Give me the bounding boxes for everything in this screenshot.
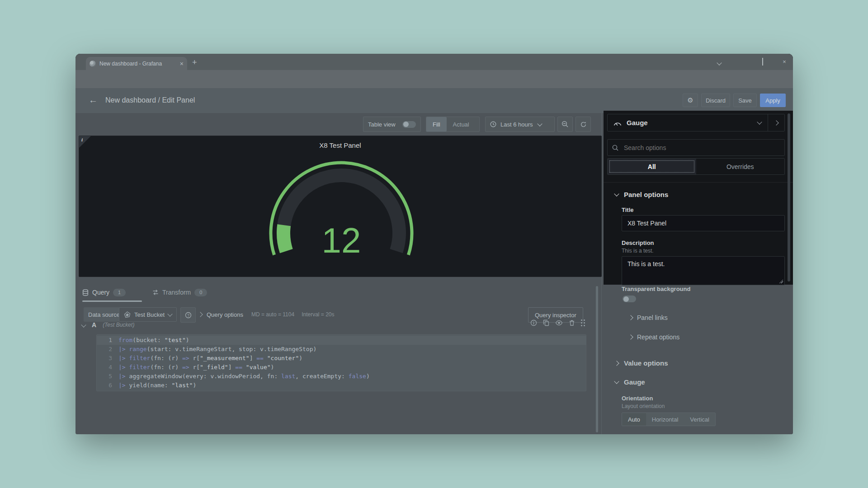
- zoom-out-button[interactable]: [557, 117, 573, 132]
- eye-icon[interactable]: [555, 320, 563, 326]
- panel-links-section[interactable]: Panel links: [629, 314, 668, 321]
- orientation-vertical[interactable]: Vertical: [684, 413, 715, 426]
- visualization-picker[interactable]: Gauge: [607, 114, 785, 131]
- line-number: 6: [97, 381, 118, 390]
- code-line[interactable]: 2 |> range(start: v.timeRangeStart, stop…: [97, 345, 586, 354]
- new-tab-button[interactable]: +: [192, 58, 197, 66]
- tab-transform[interactable]: Transform 0: [152, 285, 207, 300]
- dashboard-settings-button[interactable]: ⚙: [683, 94, 698, 107]
- datasource-help-button[interactable]: ?: [180, 307, 196, 323]
- fill-option[interactable]: Fill: [426, 117, 447, 131]
- gauge-value-arc: [283, 225, 286, 251]
- gauge-options-header: Gauge: [624, 378, 645, 386]
- gauge-panel[interactable]: i X8 Test Panel 12: [79, 136, 602, 277]
- chevron-down-icon[interactable]: [757, 119, 762, 124]
- apply-button[interactable]: Apply: [760, 94, 786, 107]
- panel-description-textarea[interactable]: This is a test.: [622, 256, 785, 285]
- orientation-label: Orientation: [622, 395, 653, 402]
- gear-icon: ⚙: [687, 96, 693, 104]
- repeat-options-section[interactable]: Repeat options: [629, 333, 679, 341]
- line-number: 5: [97, 372, 118, 381]
- line-number: 3: [97, 354, 118, 363]
- sidebar-scrollbar[interactable]: [788, 113, 790, 282]
- refresh-button[interactable]: [576, 117, 591, 132]
- value-options-header: Value options: [624, 359, 668, 367]
- query-ref-id: A: [92, 321, 96, 328]
- code-line[interactable]: 6 |> yield(name: "last"): [97, 381, 586, 390]
- query-options-row[interactable]: Query options MD = auto = 1104 Interval …: [198, 307, 335, 322]
- panel-options-header: Panel options: [624, 191, 668, 198]
- value-options-section[interactable]: Value options: [615, 359, 668, 367]
- collapse-pane-icon[interactable]: [774, 120, 778, 125]
- code-line[interactable]: 5 |> aggregateWindow(every: v.windowPeri…: [97, 372, 586, 381]
- flux-query-editor[interactable]: 1from(bucket: "test")2 |> range(start: v…: [96, 334, 586, 391]
- code-line[interactable]: 4 |> filter(fn: (r) => r["_field"] == "v…: [97, 363, 586, 372]
- maximize-button[interactable]: [758, 58, 767, 65]
- panel-links-label: Panel links: [637, 314, 668, 321]
- description-label: Description: [622, 239, 654, 246]
- max-data-points-info: MD = auto = 1104: [251, 311, 294, 318]
- query-row-actions: [530, 319, 582, 326]
- divider: [768, 114, 768, 131]
- divider: [604, 182, 793, 183]
- tab-all[interactable]: All: [608, 159, 696, 174]
- gauge-viz-icon: [613, 120, 622, 126]
- chevron-down-icon: [537, 121, 542, 126]
- fill-actual-group: Fill Actual: [426, 117, 480, 132]
- database-icon: [82, 289, 89, 296]
- resize-handle-icon[interactable]: [779, 279, 783, 283]
- actual-option[interactable]: Actual: [447, 117, 476, 131]
- transform-count-badge: 0: [194, 289, 207, 296]
- browser-toolbar: ← → ⚠ No seguro 192.168.0.14:3000/dashbo…: [75, 70, 793, 88]
- zoom-out-icon: [561, 121, 569, 128]
- time-range-picker[interactable]: Last 6 hours: [485, 117, 555, 132]
- chevron-down-icon: [614, 379, 619, 384]
- gauge-chart: 12: [79, 136, 601, 277]
- save-button[interactable]: Save: [733, 94, 757, 107]
- chevron-down-icon: [168, 311, 173, 316]
- browser-tab[interactable]: New dashboard - Grafana ×: [86, 57, 187, 70]
- window-close-button[interactable]: ×: [780, 58, 789, 65]
- orientation-auto[interactable]: Auto: [622, 413, 646, 426]
- panel-title-input[interactable]: [622, 215, 785, 231]
- options-search[interactable]: [607, 139, 785, 156]
- table-view-toggle[interactable]: [402, 121, 416, 128]
- code-text: |> yield(name: "last"): [118, 381, 196, 390]
- query-section-scrollbar[interactable]: [596, 286, 598, 432]
- svg-text:?: ?: [187, 313, 189, 317]
- query-row-header[interactable]: A (Test Bucket): [82, 318, 134, 332]
- panel-options-pane: Gauge All Overrides Panel options Title …: [604, 111, 793, 285]
- collapse-chevron-icon[interactable]: [81, 322, 86, 327]
- code-line[interactable]: 1from(bucket: "test"): [97, 336, 586, 345]
- browser-window: New dashboard - Grafana × + × ← → ⚠ No s…: [75, 54, 793, 434]
- code-text: |> filter(fn: (r) => r["_field"] == "val…: [118, 363, 274, 372]
- panel-options-section[interactable]: Panel options: [615, 191, 668, 198]
- influxdb-icon: [124, 311, 131, 318]
- trash-icon[interactable]: [569, 319, 575, 326]
- duplicate-icon[interactable]: [543, 319, 549, 326]
- active-tab-underline: [82, 300, 142, 302]
- viz-name: Gauge: [627, 119, 648, 127]
- tab-overrides[interactable]: Overrides: [696, 159, 785, 174]
- query-options-label: Query options: [207, 311, 243, 318]
- tab-search-chevron-icon[interactable]: [715, 58, 724, 66]
- search-input[interactable]: [623, 144, 760, 152]
- transform-icon: [152, 289, 159, 296]
- discard-button[interactable]: Discard: [701, 94, 730, 107]
- orientation-horizontal[interactable]: Horizontal: [646, 413, 684, 426]
- chevron-right-icon: [198, 312, 203, 317]
- drag-handle-icon[interactable]: [581, 319, 582, 321]
- transparent-background-toggle[interactable]: [623, 296, 636, 302]
- query-count-badge: 1: [113, 289, 126, 296]
- tab-close-icon[interactable]: ×: [180, 60, 184, 67]
- code-line[interactable]: 3 |> filter(fn: (r) => r["_measurement"]…: [97, 354, 586, 363]
- gauge-options-section[interactable]: Gauge: [615, 378, 645, 386]
- tab-title: New dashboard - Grafana: [99, 61, 177, 67]
- options-tabs: All Overrides: [607, 158, 785, 175]
- tab-query[interactable]: Query 1: [82, 285, 126, 300]
- orientation-radio-group: Auto Horizontal Vertical: [622, 413, 716, 426]
- browser-tab-bar: New dashboard - Grafana × + ×: [75, 54, 793, 70]
- back-to-dashboard-button[interactable]: ←: [86, 94, 100, 107]
- grafana-favicon-icon: [90, 61, 96, 67]
- info-circle-icon[interactable]: [530, 319, 537, 326]
